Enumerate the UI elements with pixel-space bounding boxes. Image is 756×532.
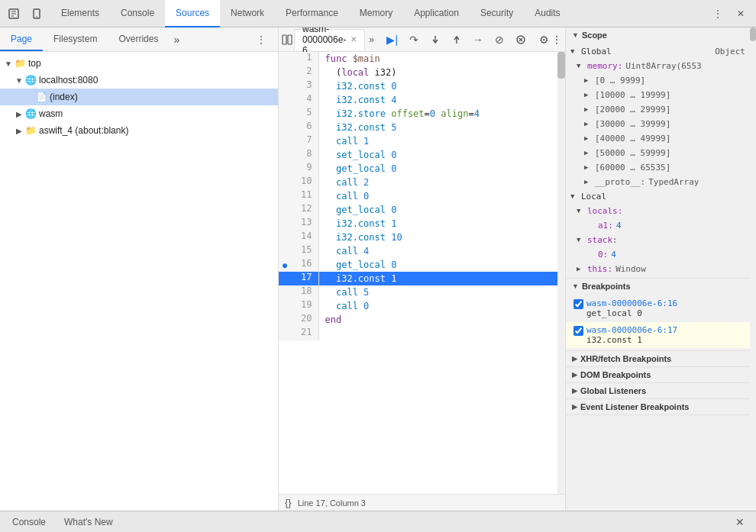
dom-breakpoints-header[interactable]: ▶ DOM Breakpoints	[566, 367, 750, 382]
line-content-11[interactable]: call 0	[318, 189, 557, 203]
line-content-12[interactable]: get_local 0	[318, 203, 557, 217]
show-navigator-icon[interactable]	[282, 31, 292, 48]
tab-network[interactable]: Network	[220, 0, 275, 27]
scope-global-item[interactable]: ▼ Global Object	[566, 44, 750, 59]
line-content-16[interactable]: get_local 0	[318, 258, 557, 272]
inspect-icon[interactable]	[3, 3, 24, 24]
line-bp-1[interactable]	[279, 52, 291, 66]
subtab-page[interactable]: Page	[0, 27, 43, 51]
device-icon[interactable]	[26, 3, 47, 24]
tree-item-localhost[interactable]: ▼ 🌐 localhost:8080	[0, 72, 278, 89]
line-bp-9[interactable]	[279, 162, 291, 176]
line-bp-5[interactable]	[279, 107, 291, 121]
step-btn[interactable]: →	[468, 30, 488, 50]
global-listeners-header[interactable]: ▶ Global Listeners	[566, 383, 750, 398]
line-content-18[interactable]: call 5	[318, 285, 557, 299]
line-content-15[interactable]: call 4	[318, 244, 557, 258]
breakpoint-checkbox-1[interactable]	[573, 299, 583, 309]
line-content-1[interactable]: func $main	[318, 52, 557, 66]
tree-item-top[interactable]: ▼ 📁 top	[0, 55, 278, 72]
tree-item-wasm[interactable]: ▶ 🌐 wasm	[0, 105, 278, 122]
line-bp-14[interactable]	[279, 231, 291, 244]
code-area[interactable]: 1func $main2 (local i32)3 i32.const 04 i…	[279, 52, 557, 494]
scope-this-item[interactable]: ▶ this: Window	[566, 262, 750, 276]
scope-range6[interactable]: ▶ [50000 … 59999]	[566, 146, 750, 160]
line-content-9[interactable]: get_local 0	[318, 162, 557, 176]
scope-section-header[interactable]: ▼ Scope	[566, 27, 750, 43]
line-content-2[interactable]: (local i32)	[318, 66, 557, 79]
line-bp-3[interactable]	[279, 79, 291, 93]
tree-item-aswift[interactable]: ▶ 📁 aswift_4 (about:blank)	[0, 122, 278, 139]
format-icon[interactable]: {}	[285, 497, 292, 508]
tab-console[interactable]: Console	[110, 0, 165, 27]
settings-gear-icon[interactable]: ⚙	[538, 30, 550, 50]
line-bp-7[interactable]	[279, 134, 291, 148]
close-bottom-bar-icon[interactable]: ✕	[730, 512, 750, 532]
line-content-13[interactable]: i32.const 1	[318, 217, 557, 231]
bottom-tab-whats-new[interactable]: What's New	[58, 511, 119, 533]
line-bp-4[interactable]	[279, 93, 291, 107]
line-content-10[interactable]: call 2	[318, 176, 557, 189]
xhr-breakpoints-header[interactable]: ▶ XHR/fetch Breakpoints	[566, 351, 750, 366]
line-bp-8[interactable]	[279, 148, 291, 162]
tab-audits[interactable]: Audits	[524, 0, 570, 27]
line-bp-15[interactable]	[279, 244, 291, 258]
deactivate-breakpoints-btn[interactable]: ⊘	[489, 30, 509, 50]
scope-proto[interactable]: ▶ __proto__: TypedArray	[566, 175, 750, 189]
more-options-icon[interactable]: ⋮	[551, 30, 562, 50]
breakpoints-header[interactable]: ▼ Breakpoints	[566, 279, 750, 294]
line-bp-11[interactable]	[279, 189, 291, 203]
line-bp-20[interactable]	[279, 313, 291, 327]
scope-range7[interactable]: ▶ [60000 … 65535]	[566, 160, 750, 175]
scope-locals-item[interactable]: ▼ locals:	[566, 204, 750, 218]
line-bp-6[interactable]	[279, 121, 291, 134]
close-devtools-icon[interactable]: ✕	[730, 3, 751, 24]
subtab-more-icon[interactable]: »	[169, 34, 184, 46]
event-listener-breakpoints-header[interactable]: ▶ Event Listener Breakpoints	[566, 399, 750, 414]
line-content-6[interactable]: i32.const 5	[318, 121, 557, 134]
line-content-20[interactable]: end	[318, 313, 557, 327]
line-content-8[interactable]: set_local 0	[318, 148, 557, 162]
line-content-14[interactable]: i32.const 10	[318, 231, 557, 244]
tab-elements[interactable]: Elements	[50, 0, 110, 27]
scope-local-header[interactable]: ▼ Local	[566, 189, 750, 204]
tab-memory[interactable]: Memory	[349, 0, 403, 27]
tab-application[interactable]: Application	[403, 0, 470, 27]
code-vscroll[interactable]	[557, 52, 565, 494]
line-content-19[interactable]: call 0	[318, 299, 557, 313]
more-tools-icon[interactable]: ⋮	[707, 3, 729, 24]
scope-range1[interactable]: ▶ [0 … 9999]	[566, 73, 750, 88]
line-bp-18[interactable]	[279, 285, 291, 299]
line-content-4[interactable]: i32.const 4	[318, 93, 557, 107]
step-into-btn[interactable]	[425, 30, 445, 50]
line-bp-17[interactable]	[279, 272, 291, 285]
scope-range4[interactable]: ▶ [30000 … 39999]	[566, 117, 750, 131]
line-bp-19[interactable]	[279, 299, 291, 313]
line-bp-10[interactable]	[279, 176, 291, 189]
subtab-filesystem[interactable]: Filesystem	[43, 27, 108, 51]
line-bp-21[interactable]	[279, 327, 291, 340]
subtab-overrides[interactable]: Overrides	[108, 27, 169, 51]
line-content-21[interactable]	[318, 327, 557, 340]
step-over-btn[interactable]: ↷	[404, 30, 424, 50]
scope-range5[interactable]: ▶ [40000 … 49999]	[566, 131, 750, 146]
tab-sources[interactable]: Sources	[165, 0, 220, 27]
more-tabs-icon[interactable]: »	[367, 31, 376, 48]
pause-on-exceptions-btn[interactable]	[511, 30, 531, 50]
tree-item-index[interactable]: 📄 (index)	[0, 89, 278, 105]
sub-bar-menu-icon[interactable]: ⋮	[250, 29, 272, 50]
line-bp-2[interactable]	[279, 66, 291, 79]
line-bp-12[interactable]	[279, 203, 291, 217]
breakpoint-checkbox-2[interactable]	[573, 326, 583, 336]
tab-performance[interactable]: Performance	[275, 0, 349, 27]
line-content-17[interactable]: i32.const 1	[318, 272, 557, 285]
file-tab-close-icon[interactable]: ✕	[351, 35, 357, 44]
line-content-5[interactable]: i32.store offset=0 align=4	[318, 107, 557, 121]
scope-memory-item[interactable]: ▼ memory: Uint8Array(6553	[566, 59, 750, 73]
line-content-3[interactable]: i32.const 0	[318, 79, 557, 93]
right-panel-scrollbar[interactable]	[750, 27, 756, 511]
scope-range3[interactable]: ▶ [20000 … 29999]	[566, 102, 750, 117]
scope-range2[interactable]: ▶ [10000 … 19999]	[566, 88, 750, 102]
line-bp-13[interactable]	[279, 217, 291, 231]
step-out-btn[interactable]	[447, 30, 467, 50]
